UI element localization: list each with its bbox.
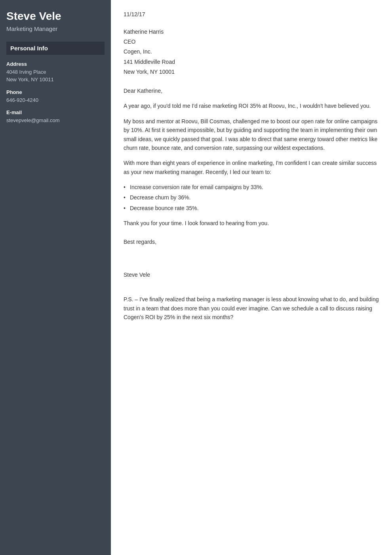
phone-label: Phone xyxy=(6,89,105,95)
bullet-item-2: Decrease churn by 36%. xyxy=(124,193,379,202)
applicant-name: Steve Vele xyxy=(6,10,105,23)
signature-name: Steve Vele xyxy=(124,270,379,279)
address-line1: 4048 Irving Place xyxy=(6,69,46,75)
paragraph1: A year ago, if you'd told me I'd raise m… xyxy=(124,101,379,110)
signature-block: Best regards, Steve Vele xyxy=(124,237,379,279)
email-label: E-mail xyxy=(6,109,105,115)
email-value: stevepvele@gmail.com xyxy=(6,117,105,124)
recipient-company: Cogen, Inc. xyxy=(124,47,379,57)
recipient-title: CEO xyxy=(124,37,379,47)
paragraph3: With more than eight years of experience… xyxy=(124,159,379,176)
recipient-address2: New York, NY 10001 xyxy=(124,67,379,77)
address-label: Address xyxy=(6,61,105,67)
bullet-list: Increase conversion rate for email campa… xyxy=(124,183,379,212)
letter-body: Dear Katherine, A year ago, if you'd tol… xyxy=(124,86,379,322)
recipient-name: Katherine Harris xyxy=(124,27,379,37)
paragraph2: My boss and mentor at Roovu, Bill Cosmas… xyxy=(124,117,379,153)
recipient-block: Katherine Harris CEO Cogen, Inc. 141 Mid… xyxy=(124,27,379,77)
bullet-item-3: Decrease bounce rate 35%. xyxy=(124,204,379,212)
paragraph4: Thank you for your time. I look forward … xyxy=(124,219,379,228)
phone-value: 646-920-4240 xyxy=(6,96,105,104)
salutation: Dear Katherine, xyxy=(124,86,379,95)
letter-date: 11/12/17 xyxy=(124,11,379,17)
address-value: 4048 Irving Place New York, NY 10011 xyxy=(6,68,105,84)
address-line2: New York, NY 10011 xyxy=(6,77,54,82)
sidebar: Steve Vele Marketing Manager Personal In… xyxy=(0,0,111,555)
main-content: 11/12/17 Katherine Harris CEO Cogen, Inc… xyxy=(111,0,392,555)
postscript: P.S. – I've finally realized that being … xyxy=(124,295,379,322)
bullet-item-1: Increase conversion rate for email campa… xyxy=(124,183,379,191)
recipient-address1: 141 Middleville Road xyxy=(124,57,379,67)
closing: Best regards, xyxy=(124,237,379,246)
applicant-job-title: Marketing Manager xyxy=(6,25,105,32)
personal-info-header: Personal Info xyxy=(6,42,105,55)
